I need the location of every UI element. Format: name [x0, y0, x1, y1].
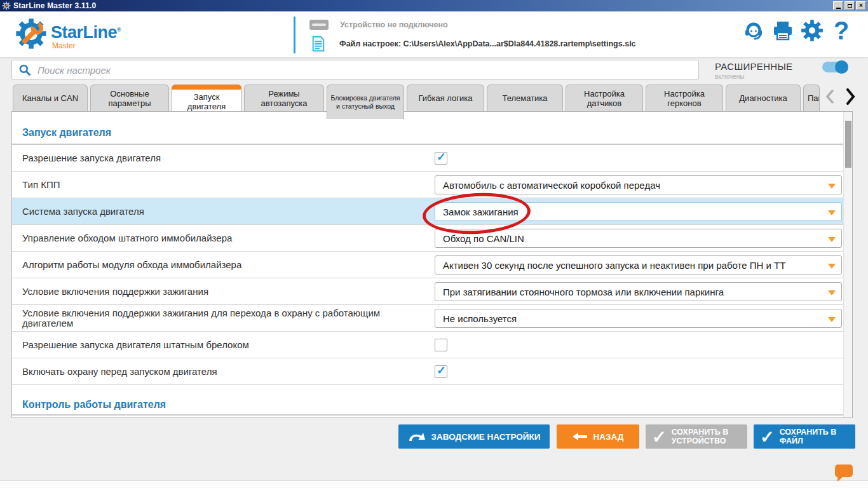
- setting-row: Система запуска двигателя Замок зажигани…: [12, 198, 843, 225]
- device-icon: [309, 20, 329, 30]
- device-status: Устройство не подключено: [340, 20, 448, 29]
- setting-row: Управление обходом штатного иммобилайзер…: [12, 225, 843, 252]
- scrollbar-thumb[interactable]: [845, 121, 851, 168]
- dropdown-value: Обход по CAN/LIN: [443, 233, 524, 244]
- dropdown-value: Не используется: [443, 313, 517, 324]
- engine-start-permission-checkbox[interactable]: [435, 152, 447, 165]
- dropdown-value: Замок зажигания: [443, 207, 519, 217]
- dropdown-value: При затягивании стояночного тормоза или …: [443, 287, 724, 297]
- close-button[interactable]: ×: [856, 1, 866, 10]
- oem-fob-start-permission-checkbox[interactable]: [435, 339, 447, 351]
- ignition-support-guard-condition-dropdown[interactable]: Не используется: [435, 309, 842, 328]
- back-label: НАЗАД: [593, 432, 624, 442]
- restore-icon: [848, 4, 852, 8]
- search-icon: [18, 64, 31, 76]
- tabs-scroll-left-button[interactable]: [824, 89, 836, 104]
- tab-autostart-modes[interactable]: Режимы автозапуска: [244, 85, 324, 111]
- bypass-module-algorithm-dropdown[interactable]: Активен 30 секунд после успешного запуск…: [435, 255, 842, 274]
- app-icon: [2, 1, 11, 10]
- setting-label: Включать охрану перед запуском двигателя: [22, 358, 217, 385]
- tab-diagnostics[interactable]: Диагностика: [726, 85, 801, 111]
- chevron-down-icon: [828, 290, 836, 295]
- support-button[interactable]: [742, 19, 765, 42]
- tab-engine-start[interactable]: Запуск двигателя: [172, 85, 241, 111]
- setting-label: Условие включения поддержки зажигания дл…: [22, 305, 423, 332]
- gearbox-type-dropdown[interactable]: Автомобиль с автоматической коробкой пер…: [435, 175, 842, 194]
- help-icon: ?: [834, 19, 849, 42]
- setting-row: Включать охрану перед запуском двигателя: [12, 358, 843, 385]
- tab-flexible-logic[interactable]: Гибкая логика: [407, 85, 484, 111]
- tab-main-parameters[interactable]: Основные параметры: [90, 85, 169, 111]
- chevron-right-icon: [845, 88, 855, 105]
- chat-bubble-icon[interactable]: [835, 464, 853, 477]
- window-titlebar: StarLine Master 3.11.0 ×: [0, 0, 868, 11]
- app-header: StarLine® Master Устройство не подключен…: [0, 11, 868, 57]
- headset-support-icon: [743, 20, 764, 41]
- bottom-strip: [0, 480, 868, 488]
- settings-button[interactable]: [801, 19, 824, 42]
- save-to-file-label: СОХРАНИТЬ В ФАЙЛ: [780, 428, 855, 446]
- tab-memory-truncated[interactable]: Пам: [803, 85, 820, 111]
- tab-engine-block-status-output[interactable]: Блокировка двигателя и статусный выход: [327, 85, 404, 119]
- registered-mark: ®: [117, 27, 121, 33]
- header-divider: [294, 17, 295, 53]
- setting-label: Алгоритм работы модуля обхода иммобилайз…: [22, 252, 241, 278]
- chevron-down-icon: [828, 264, 836, 269]
- save-to-device-button[interactable]: ✓ СОХРАНИТЬ В УСТРОЙСТВО: [646, 424, 747, 449]
- chevron-left-icon: [825, 90, 834, 104]
- chevron-down-icon: [828, 184, 836, 189]
- arm-before-start-checkbox[interactable]: [435, 365, 447, 378]
- checkmark-icon: ✓: [760, 429, 775, 446]
- immobilizer-bypass-dropdown[interactable]: Обход по CAN/LIN: [435, 229, 842, 248]
- gear-icon: [801, 19, 824, 42]
- back-button[interactable]: НАЗАД: [557, 424, 639, 449]
- close-icon: ×: [859, 3, 863, 9]
- setting-label: Разрешение запуска двигателя: [22, 145, 161, 172]
- section-title: Запуск двигателя: [22, 127, 111, 138]
- factory-settings-label: ЗАВОДСКИЕ НАСТРОЙКИ: [431, 432, 541, 442]
- advanced-settings-block: РАСШИРЕННЫЕ включены: [715, 61, 817, 80]
- section-engine-start: Запуск двигателя: [12, 112, 843, 145]
- minimize-icon: [836, 8, 841, 9]
- factory-settings-button[interactable]: ЗАВОДСКИЕ НАСТРОЙКИ: [398, 424, 550, 449]
- ignition-support-condition-dropdown[interactable]: При затягивании стояночного тормоза или …: [435, 282, 842, 301]
- section-title: Контроль работы двигателя: [22, 399, 166, 410]
- search-input[interactable]: [37, 61, 698, 79]
- settings-file-icon: [311, 36, 325, 51]
- section-engine-control: Контроль работы двигателя: [12, 385, 843, 416]
- gear-wrench-logo-icon: [14, 17, 48, 51]
- advanced-state-label: включены: [715, 73, 817, 80]
- setting-label: Система запуска двигателя: [22, 198, 144, 225]
- tab-channels-can[interactable]: Каналы и CAN: [13, 85, 88, 111]
- save-to-file-button[interactable]: ✓ СОХРАНИТЬ В ФАЙЛ: [754, 424, 855, 449]
- starline-logo: StarLine® Master: [14, 17, 121, 51]
- setting-row: Условие включения поддержки зажигания дл…: [12, 305, 843, 332]
- printer-icon: [772, 20, 794, 41]
- restore-button[interactable]: [844, 1, 855, 10]
- setting-label: Разрешение запуска двигателя штатным бре…: [22, 332, 249, 358]
- setting-row: Разрешение запуска двигателя: [12, 145, 843, 172]
- tabs-scroll-right-button[interactable]: [844, 89, 857, 104]
- vertical-scrollbar[interactable]: [843, 112, 852, 417]
- tab-sensors-setup[interactable]: Настройка датчиков: [566, 85, 643, 111]
- settings-panel: Запуск двигателя Разрешение запуска двиг…: [11, 111, 853, 418]
- minimize-button[interactable]: [833, 1, 843, 10]
- advanced-toggle[interactable]: [822, 62, 848, 72]
- search-box: [11, 60, 699, 80]
- help-button[interactable]: ?: [830, 19, 853, 42]
- setting-row: Разрешение запуска двигателя штатным бре…: [12, 332, 843, 358]
- chevron-down-icon: [828, 317, 836, 322]
- dropdown-value: Активен 30 секунд после успешного запуск…: [443, 260, 785, 271]
- tab-reed-switches-setup[interactable]: Настройка герконов: [646, 85, 723, 111]
- toggle-knob: [835, 60, 848, 74]
- engine-start-system-dropdown[interactable]: Замок зажигания: [435, 202, 842, 221]
- left-arrow-icon: [573, 432, 588, 441]
- tab-telematics[interactable]: Телематика: [487, 85, 563, 111]
- save-to-device-label: СОХРАНИТЬ В УСТРОЙСТВО: [672, 428, 747, 446]
- advanced-label: РАСШИРЕННЫЕ: [715, 61, 817, 72]
- setting-row: Тип КПП Автомобиль с автоматической коро…: [12, 172, 843, 198]
- print-button[interactable]: [771, 19, 794, 42]
- setting-row: Алгоритм работы модуля обхода иммобилайз…: [12, 252, 843, 278]
- settings-file-path: Файл настроек: C:\Users\Alex\AppData...a…: [339, 39, 636, 48]
- undo-arrow-icon: [408, 431, 426, 442]
